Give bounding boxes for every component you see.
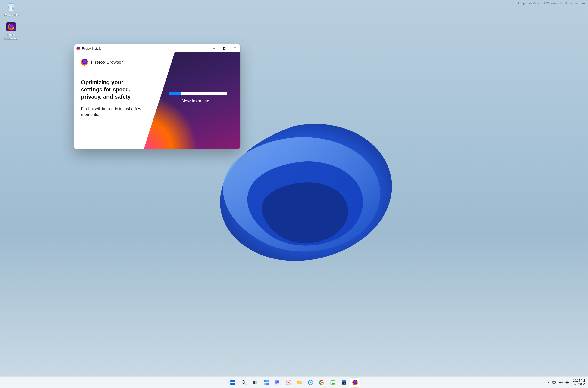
tray-network-icon[interactable]	[552, 380, 556, 385]
taskbar-search[interactable]	[239, 378, 249, 387]
desktop-icon-firefox-installer[interactable]: Firefox Installer.exe	[1, 21, 21, 40]
taskbar-widgets[interactable]	[261, 378, 271, 387]
taskbar-start[interactable]	[228, 378, 238, 387]
svg-rect-4	[230, 383, 233, 385]
svg-rect-0	[9, 3, 13, 5]
svg-rect-8	[255, 381, 257, 384]
svg-rect-23	[342, 380, 346, 381]
taskbar-firefox-installer[interactable]	[350, 378, 360, 387]
svg-point-16	[310, 382, 312, 383]
progress-bar-fill	[169, 92, 181, 95]
firefox-icon	[77, 47, 80, 50]
taskbar-file-explorer[interactable]	[295, 378, 305, 387]
svg-rect-7	[253, 381, 255, 384]
tray-chevron-up-icon[interactable]	[546, 380, 550, 385]
desktop-icon-label: Recycle Bin	[1, 13, 21, 17]
titlebar[interactable]: Firefox Installer	[74, 45, 240, 52]
svg-point-18	[321, 381, 323, 383]
progress-section: Now installing…	[169, 92, 227, 104]
svg-rect-26	[566, 382, 568, 383]
tray-date: 2/1/2022	[573, 383, 585, 386]
firefox-brand: Firefox Browser	[81, 59, 145, 66]
svg-rect-1	[223, 48, 225, 49]
svg-rect-12	[266, 383, 269, 385]
tray-volume-icon[interactable]	[559, 380, 563, 385]
svg-rect-10	[266, 380, 269, 382]
tray-time: 10:15 AM	[573, 379, 585, 383]
svg-rect-5	[233, 383, 235, 385]
desktop-icon-label: Firefox Installer.exe	[1, 33, 21, 40]
firefox-icon	[352, 380, 358, 385]
maximize-button[interactable]	[219, 45, 230, 52]
installer-headline: Optimizing your settings for speed, priv…	[81, 79, 141, 100]
window-content: Now installing… Firefox Browser Optimizi…	[74, 52, 240, 149]
tray-clock[interactable]: 10:15 AM 2/1/2022	[573, 379, 586, 386]
svg-rect-9	[264, 380, 266, 382]
svg-rect-27	[569, 382, 569, 383]
installer-text-panel: Firefox Browser Optimizing your settings…	[74, 52, 151, 149]
taskbar-chat[interactable]	[273, 378, 282, 387]
svg-rect-24	[553, 381, 555, 383]
taskbar: 10:15 AM 2/1/2022	[0, 376, 588, 388]
installer-subtext: Firefox will be ready in just a few mome…	[81, 106, 148, 118]
taskbar-terminal[interactable]	[339, 378, 349, 387]
window-title: Firefox Installer	[82, 47, 102, 50]
progress-bar	[169, 92, 227, 95]
desktop-icon-recycle-bin[interactable]: Recycle Bin	[1, 1, 21, 17]
close-button[interactable]	[230, 45, 240, 52]
firefox-logo-icon	[81, 59, 88, 66]
progress-label: Now installing…	[169, 98, 227, 104]
taskbar-snipping-tool[interactable]	[283, 378, 293, 387]
taskbar-center	[228, 378, 360, 387]
tray-battery-icon[interactable]	[565, 380, 569, 385]
svg-rect-2	[230, 380, 233, 382]
taskbar-photos[interactable]	[328, 378, 338, 387]
taskbar-tips[interactable]	[306, 378, 315, 387]
minimize-button[interactable]	[208, 45, 219, 52]
installer-window: Firefox Installer Now installing…	[74, 45, 240, 149]
taskbar-task-view[interactable]	[250, 378, 260, 387]
svg-rect-11	[264, 383, 266, 385]
svg-point-13	[277, 381, 279, 383]
svg-point-6	[242, 380, 245, 383]
taskbar-chrome[interactable]	[317, 378, 327, 387]
recycle-bin-icon	[5, 1, 17, 12]
svg-rect-3	[233, 380, 235, 382]
system-tray: 10:15 AM 2/1/2022	[546, 377, 586, 388]
firefox-brand-name: Firefox Browser	[91, 60, 123, 65]
svg-point-21	[332, 381, 333, 382]
firefox-installer-icon	[5, 21, 17, 32]
